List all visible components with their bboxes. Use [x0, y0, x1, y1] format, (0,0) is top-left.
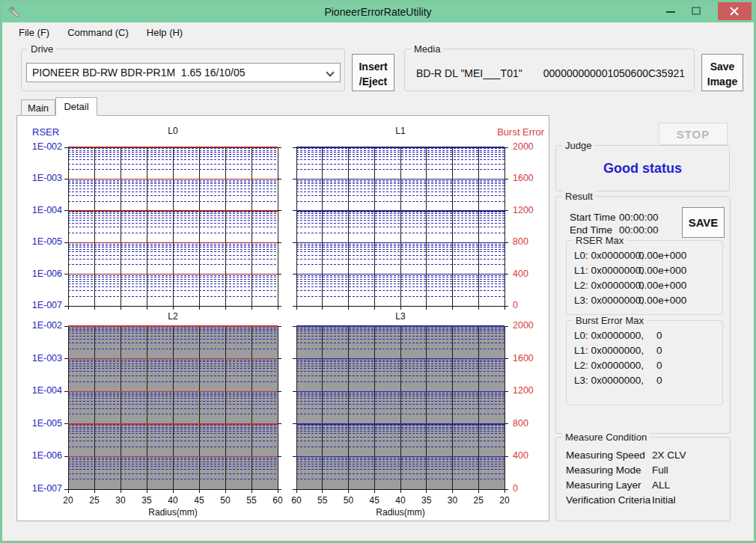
rser-max-row: L0: 0x0000000,0.00e+000 — [567, 250, 722, 265]
rser-tick-label: 1E-002 — [22, 141, 62, 152]
rser-tick-label: 1E-002 — [22, 320, 62, 331]
rser-tick-label: 1E-006 — [22, 269, 62, 279]
chart-title-l3: L3 — [296, 311, 504, 322]
end-time-row: End Time 00:00:00 — [570, 224, 619, 236]
plot-l1 — [292, 147, 509, 311]
chevron-down-icon — [326, 68, 334, 76]
x-tick-label: 45 — [365, 495, 384, 506]
media-group: Media BD-R DL "MEI___T01" 00000000000105… — [404, 49, 695, 91]
close-button[interactable] — [718, 2, 752, 20]
media-disc-id: 000000000001050600C35921 — [543, 67, 685, 79]
measure-condition-row: Measuring LayerALL — [556, 479, 730, 494]
menu-item-help[interactable]: Help (H) — [138, 22, 192, 43]
burst-error-tick-label: 0 — [513, 483, 546, 494]
save-image-button[interactable]: Save Image — [701, 54, 743, 91]
app-window: PioneerErrorRateUtility File (F)Command … — [0, 0, 756, 543]
tab-main[interactable]: Main — [21, 99, 55, 116]
rser-tick-label: 1E-005 — [22, 236, 62, 247]
burst-error-tick-label: 0 — [513, 300, 546, 310]
rser-max-row: L2: 0x0000000,0.00e+000 — [567, 280, 722, 295]
start-time-row: Start Time 00:00:00 — [570, 212, 619, 223]
drive-combobox[interactable]: PIONEER BD-RW BDR-PR1M 1.65 16/10/05 — [26, 63, 341, 82]
rser-tick-label: 1E-003 — [22, 173, 62, 183]
burst-error-tick-label: 1200 — [513, 385, 546, 396]
rser-tick-label: 1E-007 — [22, 300, 62, 310]
plot-l0 — [64, 147, 282, 311]
burst-error-tick-label: 400 — [513, 269, 546, 279]
x-tick-label: 45 — [189, 495, 209, 506]
start-time-value: 00:00:00 — [619, 212, 659, 223]
x-tick-label: 30 — [111, 495, 130, 506]
x-tick-label: 25 — [85, 495, 104, 506]
title-bar: PioneerErrorRateUtility — [2, 2, 754, 22]
tab-detail[interactable]: Detail — [55, 97, 97, 116]
rser-tick-label: 1E-003 — [22, 353, 62, 363]
x-tick-label: 40 — [391, 495, 410, 506]
minimize-button[interactable] — [661, 2, 680, 20]
rser-tick-label: 1E-007 — [22, 483, 62, 494]
judge-group-label: Judge — [562, 140, 594, 151]
x-tick-label: 50 — [339, 495, 359, 506]
drive-group: Drive PIONEER BD-RW BDR-PR1M 1.65 16/10/… — [21, 49, 345, 91]
burst-error-tick-label: 1600 — [513, 173, 546, 183]
burst-error-max-group-label: Burst Error Max — [573, 315, 647, 326]
rser-max-group-label: RSER Max — [573, 235, 627, 246]
media-disc-type: BD-R DL "MEI___T01" — [416, 67, 522, 79]
x-tick-label: 60 — [287, 495, 306, 506]
x-tick-label: 20 — [495, 495, 514, 506]
measure-condition-row: Measuring Speed2X CLV — [556, 450, 730, 464]
minimize-icon — [666, 11, 675, 13]
burst-error-max-group: Burst Error Max L0: 0x0000000,0L1: 0x000… — [566, 320, 723, 405]
burst-max-row: L1: 0x0000000,0 — [567, 345, 722, 360]
drive-group-label: Drive — [28, 43, 56, 55]
x-tick-label: 20 — [58, 495, 78, 506]
chart-title-l2: L2 — [68, 311, 278, 322]
x-tick-label: 55 — [242, 495, 261, 506]
menu-item-command[interactable]: Command (C) — [58, 22, 138, 43]
rser-max-group: RSER Max L0: 0x0000000,0.00e+000L1: 0x00… — [566, 240, 723, 315]
x-axis-label: Radius(mm) — [367, 507, 434, 518]
burst-max-row: L3: 0x0000000,0 — [567, 375, 722, 390]
plot-l3 — [292, 325, 509, 494]
rser-tick-label: 1E-004 — [22, 205, 62, 215]
judge-group: Judge Good status — [555, 145, 730, 191]
measure-condition-row: Measuring ModeFull — [556, 464, 730, 479]
maximize-icon — [692, 7, 701, 15]
menu-item-file[interactable]: File (F) — [10, 22, 58, 43]
x-tick-label: 60 — [268, 495, 287, 506]
plot-l2 — [64, 325, 282, 494]
media-group-label: Media — [411, 43, 443, 55]
window-title: PioneerErrorRateUtility — [2, 2, 754, 22]
x-axis-label: Radius(mm) — [139, 507, 207, 518]
chart-area: RSERBurst Error1E-0021E-0031E-0041E-0051… — [17, 116, 549, 521]
save-button[interactable]: SAVE — [682, 207, 725, 238]
measure-condition-row: Verification CriteriaInitial — [556, 494, 730, 509]
burst-error-tick-label: 800 — [513, 236, 546, 247]
maximize-button[interactable] — [686, 2, 706, 20]
rser-tick-label: 1E-006 — [22, 450, 62, 461]
x-tick-label: 40 — [163, 495, 183, 506]
measure-condition-group: Measure Condition Measuring Speed2X CLVM… — [555, 437, 731, 521]
burst-error-tick-label: 2000 — [513, 320, 546, 331]
burst-error-tick-label: 1200 — [513, 205, 546, 215]
x-tick-label: 50 — [216, 495, 235, 506]
result-group-label: Result — [562, 191, 596, 202]
burst-error-tick-label: 2000 — [513, 141, 546, 152]
chart-title-l0: L0 — [68, 126, 278, 136]
rser-tick-label: 1E-004 — [22, 385, 62, 396]
result-group: Result Start Time 00:00:00 End Time 00:0… — [555, 196, 731, 434]
burst-error-tick-label: 800 — [513, 418, 546, 429]
x-tick-label: 25 — [469, 495, 488, 506]
insert-eject-button[interactable]: Insert /Eject — [352, 54, 394, 91]
measure-condition-group-label: Measure Condition — [562, 432, 650, 443]
burst-error-tick-label: 400 — [513, 450, 546, 461]
x-tick-label: 35 — [417, 495, 436, 506]
x-tick-label: 55 — [313, 495, 332, 506]
end-time-value: 00:00:00 — [619, 224, 659, 236]
rser-max-row: L1: 0x0000000,0.00e+000 — [567, 265, 722, 280]
burst-max-row: L0: 0x0000000,0 — [567, 330, 722, 345]
x-tick-label: 30 — [443, 495, 463, 506]
drive-combobox-value: PIONEER BD-RW BDR-PR1M 1.65 16/10/05 — [32, 67, 246, 79]
judge-status: Good status — [556, 161, 729, 177]
left-axis-title: RSER — [32, 126, 59, 138]
